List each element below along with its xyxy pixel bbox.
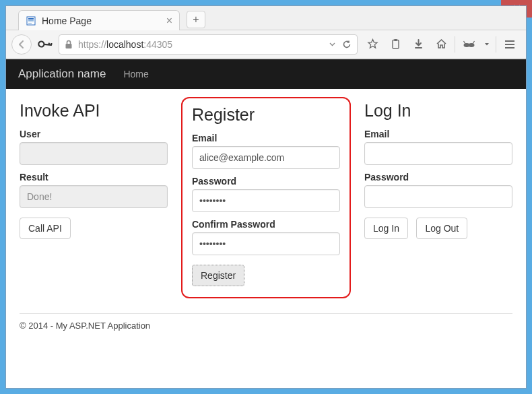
new-tab-button[interactable]: + (187, 11, 205, 28)
url-text: https://localhost:44305 (78, 39, 172, 50)
tab-title: Home Page (42, 15, 92, 26)
user-field (20, 142, 168, 165)
app-brand[interactable]: Application name (18, 67, 106, 81)
footer-separator (20, 313, 512, 314)
register-confirm-field[interactable] (192, 232, 340, 255)
svg-rect-10 (393, 40, 399, 49)
bookmark-star-icon[interactable] (362, 34, 383, 55)
login-heading: Log In (364, 101, 512, 121)
addon-dropdown-icon[interactable] (481, 34, 493, 55)
lock-icon (65, 40, 73, 49)
register-email-label: Email (192, 133, 340, 143)
result-field (20, 185, 168, 208)
svg-line-7 (48, 42, 50, 44)
call-api-button[interactable]: Call API (20, 218, 71, 239)
svg-point-14 (468, 43, 474, 47)
downloads-icon[interactable] (407, 34, 429, 55)
page-favicon (26, 15, 36, 26)
address-bar[interactable]: https://localhost:44305 (59, 34, 358, 55)
footer-text: © 2014 - My ASP.NET Application (20, 321, 512, 331)
invoke-api-column: Invoke API User Result Call API (20, 101, 168, 298)
login-password-label: Password (364, 172, 512, 183)
register-password-field[interactable] (192, 189, 340, 212)
register-email-field[interactable] (192, 146, 340, 169)
menu-icon[interactable] (499, 34, 521, 55)
dropdown-caret-icon[interactable] (329, 41, 335, 47)
toolbar-icons (362, 34, 521, 55)
svg-rect-2 (28, 20, 34, 21)
url-actions (329, 40, 352, 49)
clipboard-icon[interactable] (385, 34, 406, 55)
toolbar-separator (455, 36, 455, 53)
svg-line-16 (473, 41, 475, 44)
login-column: Log In Email Password Log In Log Out (364, 101, 512, 298)
register-confirm-label: Confirm Password (192, 219, 340, 230)
register-heading: Register (192, 105, 340, 125)
identity-key-icon (36, 34, 55, 53)
addon-icon[interactable] (458, 34, 479, 55)
register-button[interactable]: Register (192, 265, 244, 286)
svg-rect-4 (28, 23, 32, 24)
browser-frame: Home Page × + https://localhost:44305 (5, 5, 527, 389)
svg-rect-3 (28, 22, 34, 22)
nav-home-link[interactable]: Home (123, 69, 148, 79)
app-navbar: Application name Home (6, 59, 526, 89)
svg-rect-9 (66, 44, 72, 48)
svg-point-5 (38, 40, 45, 47)
browser-tab[interactable]: Home Page × (18, 10, 180, 30)
user-label: User (20, 129, 168, 139)
register-column: Register Email Password Confirm Password… (181, 97, 351, 298)
back-button[interactable] (11, 34, 32, 55)
svg-rect-11 (394, 39, 397, 41)
login-email-label: Email (364, 129, 512, 139)
os-window: ✕ Home Page × + (0, 0, 532, 394)
svg-line-8 (51, 42, 53, 44)
tab-close-icon[interactable]: × (166, 15, 172, 27)
login-email-field[interactable] (364, 142, 512, 165)
browser-toolbar: https://localhost:44305 (6, 30, 526, 59)
result-label: Result (20, 172, 168, 183)
toolbar-separator (496, 36, 496, 53)
login-button[interactable]: Log In (364, 218, 408, 239)
page-viewport: Application name Home Invoke API User Re… (6, 59, 526, 388)
svg-rect-1 (28, 18, 34, 20)
login-password-field[interactable] (364, 185, 512, 208)
reload-icon[interactable] (342, 40, 352, 49)
register-password-label: Password (192, 176, 340, 187)
home-icon[interactable] (430, 34, 452, 55)
invoke-heading: Invoke API (20, 101, 168, 121)
logout-button[interactable]: Log Out (416, 218, 467, 239)
svg-line-15 (463, 41, 465, 44)
tab-strip: Home Page × + (6, 6, 526, 30)
main-container: Invoke API User Result Call API Register… (6, 89, 526, 343)
